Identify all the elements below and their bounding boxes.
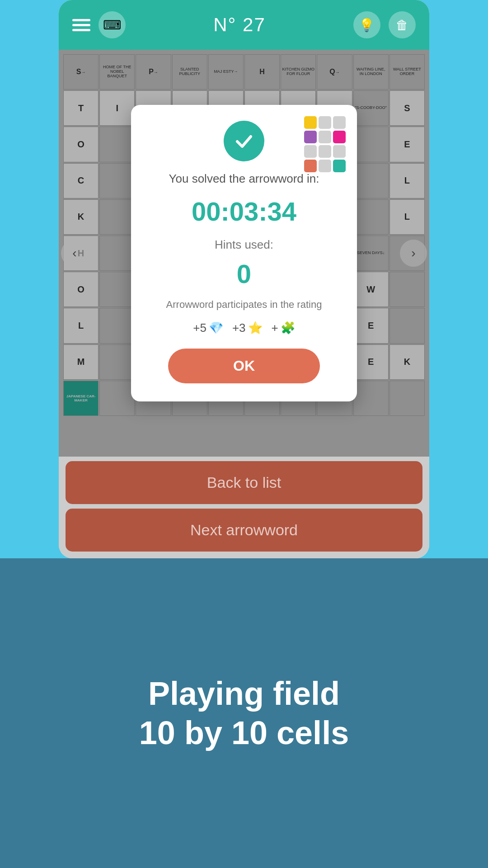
diamond-value: +5 bbox=[193, 321, 206, 335]
grid-area: S→ HOME OF THE NOBEL BANQUET P→ SLANTED … bbox=[59, 50, 429, 457]
solved-text: You solved the arrowword in: bbox=[149, 170, 339, 187]
modal-overlay: You solved the arrowword in: 00:03:34 Hi… bbox=[59, 50, 429, 457]
color-dot-10 bbox=[304, 160, 317, 172]
bottom-banner: Playing field10 by 10 cells bbox=[0, 558, 488, 868]
color-dot-5 bbox=[319, 131, 331, 143]
time-display: 00:03:34 bbox=[149, 196, 339, 226]
reward-stars: +3 ⭐ bbox=[232, 321, 263, 335]
banner-text: Playing field10 by 10 cells bbox=[139, 674, 349, 752]
color-grid bbox=[304, 116, 346, 172]
back-to-list-button[interactable]: Back to list bbox=[66, 461, 422, 504]
top-bar-left: ⌨ bbox=[72, 11, 126, 38]
reward-puzzle: + 🧩 bbox=[272, 321, 295, 335]
ok-button[interactable]: OK bbox=[168, 349, 320, 383]
puzzle-value: + bbox=[272, 321, 278, 335]
delete-icon[interactable]: 🗑 bbox=[389, 11, 416, 38]
color-dot-4 bbox=[304, 131, 317, 143]
color-dot-8 bbox=[319, 145, 331, 158]
rating-text: Arrowword participates in the rating bbox=[149, 298, 339, 312]
color-dot-1 bbox=[304, 116, 317, 129]
success-icon bbox=[224, 121, 264, 161]
color-dot-11 bbox=[319, 160, 331, 172]
color-dot-3 bbox=[333, 116, 346, 129]
puzzle-number: N° 27 bbox=[213, 14, 266, 36]
rewards: +5 💎 +3 ⭐ + 🧩 bbox=[149, 321, 339, 335]
next-arrowword-button[interactable]: Next arrowword bbox=[66, 509, 422, 552]
puzzle-icon: 🧩 bbox=[281, 321, 295, 335]
star-icon: ⭐ bbox=[248, 321, 263, 335]
menu-icon[interactable] bbox=[72, 19, 90, 31]
reward-diamonds: +5 💎 bbox=[193, 321, 223, 335]
color-dot-2 bbox=[319, 116, 331, 129]
color-dot-12 bbox=[333, 160, 346, 172]
hints-label: Hints used: bbox=[149, 238, 339, 252]
star-value: +3 bbox=[232, 321, 246, 335]
color-dot-9 bbox=[333, 145, 346, 158]
success-modal: You solved the arrowword in: 00:03:34 Hi… bbox=[131, 105, 357, 401]
color-dot-6 bbox=[333, 131, 346, 143]
diamond-icon: 💎 bbox=[209, 321, 223, 335]
top-bar-right: 💡 🗑 bbox=[353, 11, 416, 38]
phone-frame: ⌨ N° 27 💡 🗑 S→ HOME OF THE NOBEL BANQUET… bbox=[59, 0, 429, 558]
bottom-buttons: Back to list Next arrowword bbox=[59, 457, 429, 558]
top-bar: ⌨ N° 27 💡 🗑 bbox=[59, 0, 429, 50]
keyboard-icon[interactable]: ⌨ bbox=[99, 11, 126, 38]
color-dot-7 bbox=[304, 145, 317, 158]
hints-count: 0 bbox=[149, 259, 339, 289]
hint-icon[interactable]: 💡 bbox=[353, 11, 380, 38]
